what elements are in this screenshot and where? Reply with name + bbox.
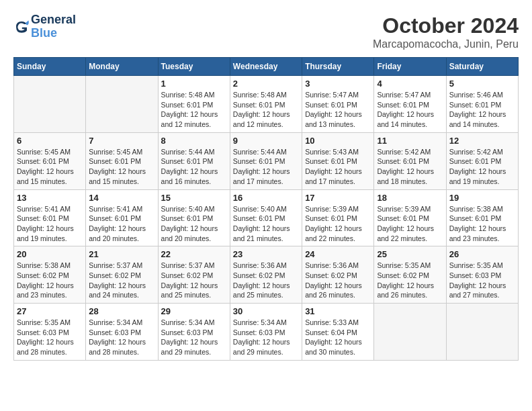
day-info: Sunrise: 5:46 AM Sunset: 6:01 PM Dayligh… [449,90,515,130]
day-number: 26 [449,249,515,259]
calendar-cell: 9Sunrise: 5:44 AM Sunset: 6:01 PM Daylig… [230,132,302,189]
page-title: October 2024 [373,13,519,38]
calendar-cell [86,76,158,133]
calendar-cell: 28Sunrise: 5:34 AM Sunset: 6:03 PM Dayli… [86,304,158,361]
calendar-cell: 12Sunrise: 5:42 AM Sunset: 6:01 PM Dayli… [446,132,518,189]
calendar-cell [446,304,518,361]
day-info: Sunrise: 5:35 AM Sunset: 6:02 PM Dayligh… [377,261,443,300]
days-of-week-row: SundayMondayTuesdayWednesdayThursdayFrid… [14,58,519,76]
day-info: Sunrise: 5:34 AM Sunset: 6:03 PM Dayligh… [161,318,227,357]
calendar-cell: 21Sunrise: 5:37 AM Sunset: 6:02 PM Dayli… [86,246,158,304]
calendar-cell: 15Sunrise: 5:40 AM Sunset: 6:01 PM Dayli… [158,189,230,246]
day-info: Sunrise: 5:42 AM Sunset: 6:01 PM Dayligh… [449,147,515,187]
calendar-cell: 4Sunrise: 5:47 AM Sunset: 6:01 PM Daylig… [374,76,446,133]
calendar-body: 1Sunrise: 5:48 AM Sunset: 6:01 PM Daylig… [14,76,519,361]
day-info: Sunrise: 5:35 AM Sunset: 6:03 PM Dayligh… [17,318,83,357]
calendar-cell: 23Sunrise: 5:36 AM Sunset: 6:02 PM Dayli… [230,246,302,304]
day-number: 5 [449,79,515,89]
day-info: Sunrise: 5:45 AM Sunset: 6:01 PM Dayligh… [17,147,83,187]
calendar-week-row: 6Sunrise: 5:45 AM Sunset: 6:01 PM Daylig… [14,132,519,189]
day-number: 20 [17,249,83,259]
day-info: Sunrise: 5:37 AM Sunset: 6:02 PM Dayligh… [89,261,154,300]
day-number: 29 [161,306,227,316]
day-info: Sunrise: 5:34 AM Sunset: 6:03 PM Dayligh… [89,318,154,357]
logo-icon [13,19,30,35]
logo-text: General Blue [31,13,76,40]
calendar-cell: 3Sunrise: 5:47 AM Sunset: 6:01 PM Daylig… [302,76,374,133]
calendar-cell [374,304,446,361]
calendar-cell: 17Sunrise: 5:39 AM Sunset: 6:01 PM Dayli… [302,189,374,246]
day-info: Sunrise: 5:47 AM Sunset: 6:01 PM Dayligh… [305,90,371,130]
day-number: 1 [161,79,227,89]
day-info: Sunrise: 5:39 AM Sunset: 6:01 PM Dayligh… [305,204,371,244]
page-subtitle: Marcapomacocha, Junin, Peru [373,38,519,50]
calendar-cell: 8Sunrise: 5:44 AM Sunset: 6:01 PM Daylig… [158,132,230,189]
day-of-week-header: Saturday [446,58,518,76]
day-number: 16 [233,193,299,203]
day-number: 28 [89,306,154,316]
day-info: Sunrise: 5:48 AM Sunset: 6:01 PM Dayligh… [233,90,299,130]
calendar-week-row: 1Sunrise: 5:48 AM Sunset: 6:01 PM Daylig… [14,76,519,133]
day-info: Sunrise: 5:44 AM Sunset: 6:01 PM Dayligh… [233,147,299,187]
calendar-week-row: 13Sunrise: 5:41 AM Sunset: 6:01 PM Dayli… [14,189,519,246]
title-section: October 2024 Marcapomacocha, Junin, Peru [373,13,519,50]
day-info: Sunrise: 5:44 AM Sunset: 6:01 PM Dayligh… [161,147,227,187]
calendar-cell: 25Sunrise: 5:35 AM Sunset: 6:02 PM Dayli… [374,246,446,304]
calendar-cell: 6Sunrise: 5:45 AM Sunset: 6:01 PM Daylig… [14,132,86,189]
calendar-header: SundayMondayTuesdayWednesdayThursdayFrid… [14,58,519,76]
calendar-cell: 22Sunrise: 5:37 AM Sunset: 6:02 PM Dayli… [158,246,230,304]
calendar-week-row: 27Sunrise: 5:35 AM Sunset: 6:03 PM Dayli… [14,304,519,361]
day-number: 30 [233,306,299,316]
calendar-table: SundayMondayTuesdayWednesdayThursdayFrid… [13,57,519,361]
calendar-cell: 24Sunrise: 5:36 AM Sunset: 6:02 PM Dayli… [302,246,374,304]
day-of-week-header: Sunday [14,58,86,76]
day-info: Sunrise: 5:38 AM Sunset: 6:02 PM Dayligh… [17,261,83,300]
day-info: Sunrise: 5:34 AM Sunset: 6:03 PM Dayligh… [233,318,299,357]
calendar-cell: 16Sunrise: 5:40 AM Sunset: 6:01 PM Dayli… [230,189,302,246]
day-number: 9 [233,136,299,146]
calendar-cell: 19Sunrise: 5:38 AM Sunset: 6:01 PM Dayli… [446,189,518,246]
day-of-week-header: Monday [86,58,158,76]
day-number: 7 [89,136,154,146]
day-number: 15 [161,193,227,203]
day-number: 13 [17,193,83,203]
day-number: 4 [377,79,443,89]
day-info: Sunrise: 5:41 AM Sunset: 6:01 PM Dayligh… [17,204,83,244]
day-info: Sunrise: 5:35 AM Sunset: 6:03 PM Dayligh… [449,261,515,300]
day-number: 2 [233,79,299,89]
calendar-cell: 2Sunrise: 5:48 AM Sunset: 6:01 PM Daylig… [230,76,302,133]
day-info: Sunrise: 5:40 AM Sunset: 6:01 PM Dayligh… [233,204,299,244]
day-of-week-header: Thursday [302,58,374,76]
day-of-week-header: Wednesday [230,58,302,76]
day-info: Sunrise: 5:48 AM Sunset: 6:01 PM Dayligh… [161,90,227,130]
day-info: Sunrise: 5:45 AM Sunset: 6:01 PM Dayligh… [89,147,154,187]
day-number: 10 [305,136,371,146]
day-number: 12 [449,136,515,146]
day-number: 19 [449,193,515,203]
calendar-cell: 14Sunrise: 5:41 AM Sunset: 6:01 PM Dayli… [86,189,158,246]
day-number: 25 [377,249,443,259]
day-info: Sunrise: 5:37 AM Sunset: 6:02 PM Dayligh… [161,261,227,300]
calendar-cell: 5Sunrise: 5:46 AM Sunset: 6:01 PM Daylig… [446,76,518,133]
day-number: 8 [161,136,227,146]
day-number: 21 [89,249,154,259]
calendar-cell: 1Sunrise: 5:48 AM Sunset: 6:01 PM Daylig… [158,76,230,133]
logo-line2: Blue [31,27,76,40]
calendar-cell: 13Sunrise: 5:41 AM Sunset: 6:01 PM Dayli… [14,189,86,246]
logo-line1: General [31,13,76,27]
day-info: Sunrise: 5:38 AM Sunset: 6:01 PM Dayligh… [449,204,515,244]
day-info: Sunrise: 5:36 AM Sunset: 6:02 PM Dayligh… [305,261,371,300]
day-number: 22 [161,249,227,259]
day-number: 31 [305,306,371,316]
calendar-cell: 30Sunrise: 5:34 AM Sunset: 6:03 PM Dayli… [230,304,302,361]
calendar-cell: 7Sunrise: 5:45 AM Sunset: 6:01 PM Daylig… [86,132,158,189]
calendar-cell [14,76,86,133]
day-number: 11 [377,136,443,146]
day-info: Sunrise: 5:39 AM Sunset: 6:01 PM Dayligh… [377,204,443,244]
calendar-week-row: 20Sunrise: 5:38 AM Sunset: 6:02 PM Dayli… [14,246,519,304]
page-header: General Blue October 2024 Marcapomacocha… [13,13,519,50]
logo: General Blue [13,13,76,40]
calendar-cell: 29Sunrise: 5:34 AM Sunset: 6:03 PM Dayli… [158,304,230,361]
calendar-cell: 27Sunrise: 5:35 AM Sunset: 6:03 PM Dayli… [14,304,86,361]
day-info: Sunrise: 5:47 AM Sunset: 6:01 PM Dayligh… [377,90,443,130]
